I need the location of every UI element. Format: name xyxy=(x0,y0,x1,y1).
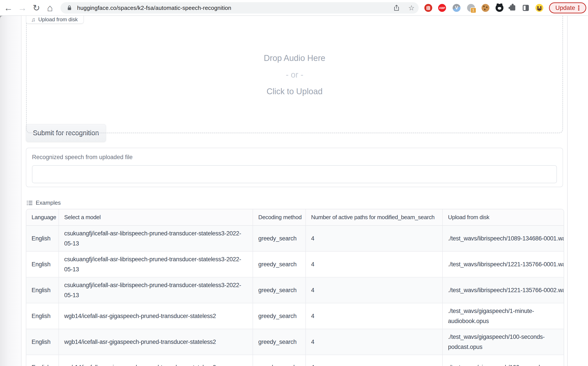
github-extension-icon[interactable] xyxy=(496,4,504,12)
example-cell[interactable]: wgb14/icefall-asr-gigaspeech-pruned-tran… xyxy=(59,355,253,366)
example-cell[interactable]: English xyxy=(26,251,59,277)
examples-table: LanguageSelect a modelDecoding methodNum… xyxy=(26,209,564,366)
column-header: Upload from disk xyxy=(443,209,564,226)
home-icon[interactable]: ⌂ xyxy=(44,0,56,16)
drop-line-2: - or - xyxy=(27,66,562,83)
page-content: Drop Audio Here - or - Click to Upload ♫… xyxy=(0,16,588,366)
column-header: Select a model xyxy=(59,209,253,226)
example-cell[interactable]: 4 xyxy=(306,303,443,329)
recognized-speech-label: Recognized speech from uploaded file xyxy=(32,154,133,161)
drop-line-3: Click to Upload xyxy=(27,83,562,100)
column-header: Language xyxy=(26,209,59,226)
example-cell[interactable]: ./test_wavs/gigaspeech/1-minute-audioboo… xyxy=(443,303,564,329)
profile-avatar[interactable] xyxy=(535,4,543,12)
examples-table-header-row: LanguageSelect a modelDecoding methodNum… xyxy=(26,209,564,226)
forward-icon[interactable]: → xyxy=(16,0,29,16)
browser-toolbar: ← → ↻ ⌂ huggingface.co/spaces/k2-fsa/aut… xyxy=(0,0,588,16)
example-cell[interactable]: 4 xyxy=(306,251,443,277)
extensions-puzzle-icon[interactable] xyxy=(509,4,517,12)
example-cell[interactable]: 4 xyxy=(306,329,443,355)
example-cell[interactable]: wgb14/icefall-asr-gigaspeech-pruned-tran… xyxy=(59,303,253,329)
example-row[interactable]: Englishcsukuangfj/icefall-asr-librispeec… xyxy=(26,226,564,251)
v-extension-icon[interactable]: V xyxy=(452,4,460,12)
example-cell[interactable]: csukuangfj/icefall-asr-librispeech-prune… xyxy=(59,226,253,251)
example-cell[interactable]: wgb14/icefall-asr-gigaspeech-pruned-tran… xyxy=(59,329,253,355)
avatar-mouth xyxy=(537,8,542,11)
sidebar-shape xyxy=(523,5,529,11)
url-text: huggingface.co/spaces/k2-fsa/automatic-s… xyxy=(77,5,231,11)
column-header: Number of active paths for modified_beam… xyxy=(306,209,443,226)
example-cell[interactable]: csukuangfj/icefall-asr-librispeech-prune… xyxy=(59,277,253,303)
examples-header: Examples xyxy=(27,199,61,206)
abp-extension-icon[interactable]: ABP xyxy=(438,4,446,12)
example-cell[interactable]: ./test_wavs/librispeech/1221-135766-0001… xyxy=(443,251,564,277)
example-cell[interactable]: English xyxy=(26,355,59,366)
back-icon[interactable]: ← xyxy=(2,0,15,16)
chrome-update-button[interactable]: Update ⋮ xyxy=(549,2,586,13)
left-gutter xyxy=(0,16,22,366)
avatar-eye xyxy=(540,6,542,8)
example-cell[interactable]: 4 xyxy=(306,226,443,251)
example-cell[interactable]: greedy_search xyxy=(253,355,306,366)
avatar-eye xyxy=(537,6,539,8)
tab-upload-from-disk[interactable]: ♫ Upload from disk xyxy=(26,16,84,24)
example-cell[interactable]: greedy_search xyxy=(253,303,306,329)
dropzone-text: Drop Audio Here - or - Click to Upload xyxy=(27,50,562,100)
github-face xyxy=(498,7,501,10)
hand-glyph xyxy=(427,6,430,10)
example-cell[interactable]: 4 xyxy=(306,277,443,303)
recognized-speech-panel: Recognized speech from uploaded file xyxy=(26,148,563,187)
example-cell[interactable]: greedy_search xyxy=(253,226,306,251)
example-row[interactable]: Englishcsukuangfj/icefall-asr-librispeec… xyxy=(26,251,564,277)
example-cell[interactable]: English xyxy=(26,226,59,251)
example-cell[interactable]: English xyxy=(26,303,59,329)
example-cell[interactable]: English xyxy=(26,277,59,303)
example-cell[interactable]: greedy_search xyxy=(253,329,306,355)
example-row[interactable]: Englishwgb14/icefall-asr-gigaspeech-prun… xyxy=(26,303,564,329)
example-row[interactable]: Englishwgb14/icefall-asr-gigaspeech-prun… xyxy=(26,355,564,366)
extension-badge-count: 1 xyxy=(470,8,476,13)
music-note-icon: ♫ xyxy=(31,16,35,23)
column-header: Decoding method xyxy=(253,209,306,226)
address-bar[interactable]: huggingface.co/spaces/k2-fsa/automatic-s… xyxy=(60,2,419,14)
example-cell[interactable]: csukuangfj/icefall-asr-librispeech-prune… xyxy=(59,251,253,277)
extension-badge-icon[interactable]: 1 xyxy=(467,4,475,12)
share-icon[interactable] xyxy=(392,2,401,14)
right-edge-divider xyxy=(567,16,568,366)
recognized-speech-textbox[interactable] xyxy=(32,165,557,183)
example-cell[interactable]: English xyxy=(26,329,59,355)
example-cell[interactable]: ./test_wavs/gigaspeech/100-seconds- xyxy=(443,355,564,366)
window-corner xyxy=(0,16,3,18)
list-icon xyxy=(27,200,33,206)
example-cell[interactable]: ./test_wavs/librispeech/1221-135766-0002… xyxy=(443,277,564,303)
cookie-extension-icon[interactable] xyxy=(482,4,490,12)
example-cell[interactable]: ./test_wavs/librispeech/1089-134686-0001… xyxy=(443,226,564,251)
example-row[interactable]: Englishcsukuangfj/icefall-asr-librispeec… xyxy=(26,277,564,303)
example-cell[interactable]: 4 xyxy=(306,355,443,366)
examples-label: Examples xyxy=(36,199,61,206)
example-cell[interactable]: greedy_search xyxy=(253,277,306,303)
puzzle-shape xyxy=(510,5,515,10)
drop-line-1: Drop Audio Here xyxy=(27,50,562,66)
example-cell[interactable]: greedy_search xyxy=(253,251,306,277)
adblock-hand-icon[interactable] xyxy=(424,4,432,12)
bookmark-star-icon[interactable]: ☆ xyxy=(407,2,416,14)
example-cell[interactable]: ./test_wavs/gigaspeech/100-seconds-podca… xyxy=(443,329,564,355)
reload-icon[interactable]: ↻ xyxy=(30,0,43,16)
audio-dropzone[interactable]: Drop Audio Here - or - Click to Upload xyxy=(26,16,563,133)
sidebar-toggle-icon[interactable] xyxy=(522,4,530,12)
upload-tab-label: Upload from disk xyxy=(38,16,78,23)
example-row[interactable]: Englishwgb14/icefall-asr-gigaspeech-prun… xyxy=(26,329,564,355)
browser-menu-icon[interactable]: ⋮ xyxy=(575,4,582,12)
update-label: Update xyxy=(555,4,575,11)
lock-icon xyxy=(67,5,72,11)
